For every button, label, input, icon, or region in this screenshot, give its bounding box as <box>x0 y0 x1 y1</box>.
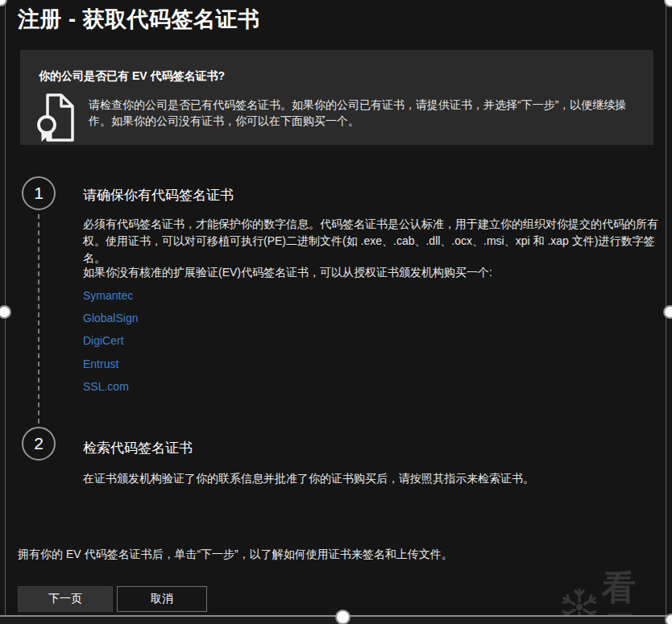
info-panel: 你的公司是否已有 EV 代码签名证书? 请检查你的公司是否已有代码签名证书。如果… <box>20 50 653 145</box>
step-2-heading: 检索代码签名证书 <box>83 439 193 457</box>
link-symantec[interactable]: Symantec <box>83 289 133 302</box>
link-entrust[interactable]: Entrust <box>83 357 118 370</box>
next-page-button[interactable]: 下一页 <box>18 586 113 612</box>
selection-handle-bottom-right[interactable] <box>665 614 672 624</box>
step-1-body: 必须有代码签名证书，才能保护你的数字信息。代码签名证书是公认标准，用于建立你的组… <box>83 216 660 267</box>
wizard-window: 注册 - 获取代码签名证书 你的公司是否已有 EV 代码签名证书? 请检查你的公… <box>0 0 672 624</box>
step-connector-line <box>38 214 39 424</box>
cancel-button[interactable]: 取消 <box>117 586 207 612</box>
certificate-icon <box>37 93 76 143</box>
link-sslcom[interactable]: SSL.com <box>83 380 129 393</box>
selection-handle-bottom[interactable] <box>335 610 351 624</box>
info-panel-body: 请检查你的公司是否已有代码签名证书。如果你的公司已有证书，请提供证书，并选择“下… <box>89 97 646 129</box>
page-title: 注册 - 获取代码签名证书 <box>18 5 260 34</box>
info-panel-heading: 你的公司是否已有 EV 代码签名证书? <box>39 69 225 84</box>
step-1-heading: 请确保你有代码签名证书 <box>83 186 234 205</box>
selection-handle-left[interactable] <box>0 305 11 319</box>
footer-note: 拥有你的 EV 代码签名证书后，单击“下一步”，以了解如何使用证书来签名和上传文… <box>18 548 453 562</box>
selection-handle-right[interactable] <box>663 305 672 319</box>
link-digicert[interactable]: DigiCert <box>83 334 124 347</box>
step-1-links-intro: 如果你没有核准的扩展验证(EV)代码签名证书，可以从授权证书颁发机构购买一个: <box>83 266 492 280</box>
selection-handle-top-left[interactable] <box>0 0 7 6</box>
step-2-body: 在证书颁发机构验证了你的联系信息并批准了你的证书购买后，请按照其指示来检索证书。 <box>83 470 660 487</box>
step-2-number: 2 <box>22 427 56 461</box>
step-1-number: 1 <box>22 176 56 210</box>
link-globalsign[interactable]: GlobalSign <box>83 312 139 324</box>
